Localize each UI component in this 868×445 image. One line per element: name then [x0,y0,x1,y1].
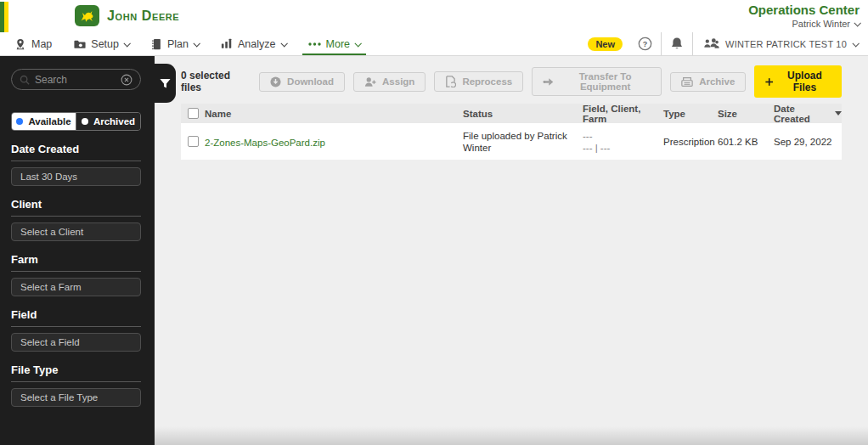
download-icon [270,76,281,87]
organization-people-icon [703,37,719,50]
radio-unselected-icon [82,118,88,125]
filter-label: Field [11,308,141,321]
upload-files-button[interactable]: Upload Files [754,65,842,98]
download-button-label: Download [287,76,334,87]
folder-icon [74,38,86,50]
client-filter[interactable]: Select a Client [11,222,141,241]
chevron-down-icon [193,40,200,47]
archive-icon [681,76,693,87]
availability-toggle: Available Archived [11,112,141,131]
chevron-down-icon [854,20,860,26]
reprocess-button-label: Reprocess [462,76,512,87]
archive-button[interactable]: Archive [670,72,746,92]
help-button[interactable]: ? [629,32,661,55]
files-table: Name Status Field, Client, Farm Type Siz… [181,104,842,160]
column-header-type[interactable]: Type [663,109,718,119]
nav-item-label: Map [31,38,52,50]
column-header-size[interactable]: Size [718,109,774,119]
organization-menu-label: WINTER PATRICK TEST 10 [725,39,847,49]
organization-menu[interactable]: WINTER PATRICK TEST 10 [693,37,868,50]
assign-button-label: Assign [382,76,414,87]
chevron-down-icon [852,40,859,47]
file-name-link[interactable]: 2-Zones-Maps-GeoPard.zip [205,138,325,148]
column-header-field-client-farm[interactable]: Field, Client, Farm [583,104,663,124]
main-navbar: Map Setup Plan Analyze More [0,32,868,56]
divider [11,161,141,161]
search-icon [20,75,30,85]
svg-text:?: ? [643,40,647,48]
download-button[interactable]: Download [259,72,345,92]
select-all-checkbox[interactable] [188,108,199,119]
nav-item-analyze[interactable]: Analyze [210,32,296,55]
user-menu[interactable]: Patrick Winter [748,19,860,29]
filter-group-field: Field Select a Field [11,308,141,352]
client-farm-value: --- | --- [583,142,657,154]
file-type-filter[interactable]: Select a File Type [11,388,141,407]
new-badge: New [588,37,623,51]
farm-filter[interactable]: Select a Farm [11,278,141,296]
assign-button[interactable]: Assign [353,72,426,92]
nav-item-plan[interactable]: Plan [140,32,210,55]
app-header: John Deere Operations Center Patrick Win… [0,0,868,32]
file-size: 601.2 KB [718,136,769,148]
nav-item-label: Setup [91,38,119,50]
brand-stripe-yellow [4,2,8,32]
transfer-to-equipment-button[interactable]: Transfer To Equipment [532,67,662,96]
filter-group-client: Client Select a Client [11,198,141,241]
notifications-button[interactable] [662,32,692,55]
nav-item-label: Analyze [238,38,275,50]
filter-label: Farm [11,253,141,266]
radio-selected-icon [16,118,23,125]
help-icon: ? [638,37,652,51]
selected-count: 0 selected files [181,70,244,93]
filter-label: Client [11,198,141,211]
column-header-date-label: Date Created [774,104,829,124]
upload-files-label: Upload Files [779,70,831,93]
file-date-created: Sep 29, 2022 [774,136,831,148]
map-pin-icon [14,38,26,50]
search-box [11,69,141,90]
filter-group-date-created: Date Created Last 30 Days [11,143,141,186]
transfer-arrow-icon [543,77,554,87]
divider [11,381,141,382]
john-deere-logo-icon [75,5,99,26]
divider [11,271,141,272]
toggle-archived-label: Archived [93,116,135,127]
column-header-date-created[interactable]: Date Created [774,104,842,124]
divider [11,326,141,327]
brand-logo[interactable]: John Deere [75,5,179,26]
sort-desc-icon [835,111,842,115]
clear-search-icon[interactable] [121,74,132,86]
user-menu-label: Patrick Winter [792,19,850,29]
file-type: Prescription [663,136,713,148]
column-header-status[interactable]: Status [463,109,583,119]
filter-group-farm: Farm Select a Farm [11,253,141,296]
date-created-filter[interactable]: Last 30 Days [11,167,141,186]
reprocess-icon [445,76,456,87]
row-checkbox[interactable] [188,136,199,147]
search-input[interactable] [35,74,116,86]
chevron-down-icon [354,40,361,47]
nav-item-more[interactable]: More [297,32,371,55]
bell-icon [670,37,684,51]
filter-label: Date Created [11,143,141,155]
nav-item-setup[interactable]: Setup [63,32,140,55]
column-header-name[interactable]: Name [205,109,463,119]
toggle-available[interactable]: Available [12,113,76,130]
chevron-down-icon [280,40,287,47]
toggle-archived[interactable]: Archived [76,113,140,130]
divider [11,216,141,217]
nav-item-map[interactable]: Map [3,32,63,55]
page-title: Operations Center [748,3,860,17]
bar-chart-icon [221,38,233,49]
files-main-area: 0 selected files Download Assign [155,56,868,445]
field-filter[interactable]: Select a Field [11,333,141,352]
nav-item-label: Plan [167,38,189,50]
ellipsis-icon [308,42,321,46]
brand-name: John Deere [107,8,179,24]
reprocess-button[interactable]: Reprocess [434,71,523,92]
file-status: File uploaded by Patrick Winter [463,130,576,154]
toggle-available-label: Available [28,116,70,127]
nav-item-label: More [326,38,350,50]
field-value: --- [583,130,657,142]
